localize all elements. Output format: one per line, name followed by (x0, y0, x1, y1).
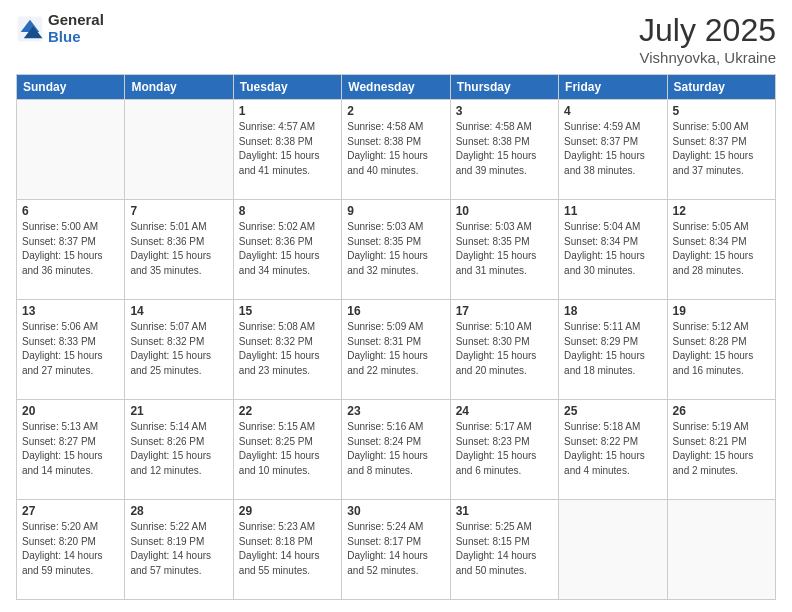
month-title: July 2025 (639, 12, 776, 49)
calendar-cell: 8Sunrise: 5:02 AM Sunset: 8:36 PM Daylig… (233, 200, 341, 300)
day-number: 14 (130, 304, 227, 318)
day-number: 29 (239, 504, 336, 518)
calendar-cell: 13Sunrise: 5:06 AM Sunset: 8:33 PM Dayli… (17, 300, 125, 400)
day-info: Sunrise: 5:13 AM Sunset: 8:27 PM Dayligh… (22, 420, 119, 478)
day-number: 3 (456, 104, 553, 118)
calendar-cell: 7Sunrise: 5:01 AM Sunset: 8:36 PM Daylig… (125, 200, 233, 300)
logo-icon (16, 15, 44, 43)
calendar-cell: 2Sunrise: 4:58 AM Sunset: 8:38 PM Daylig… (342, 100, 450, 200)
day-number: 30 (347, 504, 444, 518)
day-number: 20 (22, 404, 119, 418)
day-number: 11 (564, 204, 661, 218)
day-number: 15 (239, 304, 336, 318)
day-number: 7 (130, 204, 227, 218)
day-info: Sunrise: 5:04 AM Sunset: 8:34 PM Dayligh… (564, 220, 661, 278)
logo: General Blue (16, 12, 104, 45)
calendar-row: 1Sunrise: 4:57 AM Sunset: 8:38 PM Daylig… (17, 100, 776, 200)
calendar-cell: 27Sunrise: 5:20 AM Sunset: 8:20 PM Dayli… (17, 500, 125, 600)
day-info: Sunrise: 5:06 AM Sunset: 8:33 PM Dayligh… (22, 320, 119, 378)
day-info: Sunrise: 5:19 AM Sunset: 8:21 PM Dayligh… (673, 420, 770, 478)
day-number: 9 (347, 204, 444, 218)
day-number: 21 (130, 404, 227, 418)
logo-blue-text: Blue (48, 29, 104, 46)
day-number: 2 (347, 104, 444, 118)
calendar-cell: 24Sunrise: 5:17 AM Sunset: 8:23 PM Dayli… (450, 400, 558, 500)
day-info: Sunrise: 5:05 AM Sunset: 8:34 PM Dayligh… (673, 220, 770, 278)
day-info: Sunrise: 5:02 AM Sunset: 8:36 PM Dayligh… (239, 220, 336, 278)
weekday-header-tuesday: Tuesday (233, 75, 341, 100)
calendar-row: 6Sunrise: 5:00 AM Sunset: 8:37 PM Daylig… (17, 200, 776, 300)
day-info: Sunrise: 4:59 AM Sunset: 8:37 PM Dayligh… (564, 120, 661, 178)
calendar-cell: 23Sunrise: 5:16 AM Sunset: 8:24 PM Dayli… (342, 400, 450, 500)
day-number: 27 (22, 504, 119, 518)
title-block: July 2025 Vishnyovka, Ukraine (639, 12, 776, 66)
calendar-cell: 4Sunrise: 4:59 AM Sunset: 8:37 PM Daylig… (559, 100, 667, 200)
day-number: 16 (347, 304, 444, 318)
day-number: 8 (239, 204, 336, 218)
calendar-cell: 26Sunrise: 5:19 AM Sunset: 8:21 PM Dayli… (667, 400, 775, 500)
day-info: Sunrise: 5:12 AM Sunset: 8:28 PM Dayligh… (673, 320, 770, 378)
calendar-row: 13Sunrise: 5:06 AM Sunset: 8:33 PM Dayli… (17, 300, 776, 400)
day-info: Sunrise: 5:18 AM Sunset: 8:22 PM Dayligh… (564, 420, 661, 478)
calendar-cell (559, 500, 667, 600)
calendar-row: 20Sunrise: 5:13 AM Sunset: 8:27 PM Dayli… (17, 400, 776, 500)
day-number: 26 (673, 404, 770, 418)
day-info: Sunrise: 5:08 AM Sunset: 8:32 PM Dayligh… (239, 320, 336, 378)
calendar-cell: 6Sunrise: 5:00 AM Sunset: 8:37 PM Daylig… (17, 200, 125, 300)
day-info: Sunrise: 5:15 AM Sunset: 8:25 PM Dayligh… (239, 420, 336, 478)
calendar-cell: 29Sunrise: 5:23 AM Sunset: 8:18 PM Dayli… (233, 500, 341, 600)
calendar-cell: 15Sunrise: 5:08 AM Sunset: 8:32 PM Dayli… (233, 300, 341, 400)
calendar-cell: 17Sunrise: 5:10 AM Sunset: 8:30 PM Dayli… (450, 300, 558, 400)
day-number: 6 (22, 204, 119, 218)
day-info: Sunrise: 5:09 AM Sunset: 8:31 PM Dayligh… (347, 320, 444, 378)
weekday-header-sunday: Sunday (17, 75, 125, 100)
weekday-header-saturday: Saturday (667, 75, 775, 100)
calendar-cell: 30Sunrise: 5:24 AM Sunset: 8:17 PM Dayli… (342, 500, 450, 600)
calendar-cell: 22Sunrise: 5:15 AM Sunset: 8:25 PM Dayli… (233, 400, 341, 500)
day-number: 13 (22, 304, 119, 318)
calendar-cell (667, 500, 775, 600)
location-title: Vishnyovka, Ukraine (639, 49, 776, 66)
calendar-cell: 18Sunrise: 5:11 AM Sunset: 8:29 PM Dayli… (559, 300, 667, 400)
calendar-cell: 25Sunrise: 5:18 AM Sunset: 8:22 PM Dayli… (559, 400, 667, 500)
calendar-cell: 12Sunrise: 5:05 AM Sunset: 8:34 PM Dayli… (667, 200, 775, 300)
day-info: Sunrise: 5:10 AM Sunset: 8:30 PM Dayligh… (456, 320, 553, 378)
calendar-cell: 28Sunrise: 5:22 AM Sunset: 8:19 PM Dayli… (125, 500, 233, 600)
day-number: 12 (673, 204, 770, 218)
day-info: Sunrise: 5:22 AM Sunset: 8:19 PM Dayligh… (130, 520, 227, 578)
calendar-cell: 11Sunrise: 5:04 AM Sunset: 8:34 PM Dayli… (559, 200, 667, 300)
weekday-header-monday: Monday (125, 75, 233, 100)
calendar-row: 27Sunrise: 5:20 AM Sunset: 8:20 PM Dayli… (17, 500, 776, 600)
day-info: Sunrise: 5:07 AM Sunset: 8:32 PM Dayligh… (130, 320, 227, 378)
calendar-cell: 21Sunrise: 5:14 AM Sunset: 8:26 PM Dayli… (125, 400, 233, 500)
day-number: 10 (456, 204, 553, 218)
day-number: 22 (239, 404, 336, 418)
day-number: 28 (130, 504, 227, 518)
day-info: Sunrise: 5:11 AM Sunset: 8:29 PM Dayligh… (564, 320, 661, 378)
day-info: Sunrise: 5:01 AM Sunset: 8:36 PM Dayligh… (130, 220, 227, 278)
calendar-cell: 5Sunrise: 5:00 AM Sunset: 8:37 PM Daylig… (667, 100, 775, 200)
calendar-cell: 19Sunrise: 5:12 AM Sunset: 8:28 PM Dayli… (667, 300, 775, 400)
calendar-cell (17, 100, 125, 200)
day-info: Sunrise: 5:14 AM Sunset: 8:26 PM Dayligh… (130, 420, 227, 478)
day-number: 1 (239, 104, 336, 118)
day-info: Sunrise: 5:25 AM Sunset: 8:15 PM Dayligh… (456, 520, 553, 578)
day-number: 5 (673, 104, 770, 118)
calendar-cell: 31Sunrise: 5:25 AM Sunset: 8:15 PM Dayli… (450, 500, 558, 600)
day-info: Sunrise: 5:00 AM Sunset: 8:37 PM Dayligh… (673, 120, 770, 178)
day-number: 4 (564, 104, 661, 118)
calendar-cell: 3Sunrise: 4:58 AM Sunset: 8:38 PM Daylig… (450, 100, 558, 200)
day-number: 18 (564, 304, 661, 318)
logo-text: General Blue (48, 12, 104, 45)
calendar-table: SundayMondayTuesdayWednesdayThursdayFrid… (16, 74, 776, 600)
day-info: Sunrise: 4:58 AM Sunset: 8:38 PM Dayligh… (456, 120, 553, 178)
weekday-header-thursday: Thursday (450, 75, 558, 100)
day-info: Sunrise: 4:57 AM Sunset: 8:38 PM Dayligh… (239, 120, 336, 178)
day-info: Sunrise: 5:00 AM Sunset: 8:37 PM Dayligh… (22, 220, 119, 278)
day-info: Sunrise: 5:20 AM Sunset: 8:20 PM Dayligh… (22, 520, 119, 578)
calendar-cell: 14Sunrise: 5:07 AM Sunset: 8:32 PM Dayli… (125, 300, 233, 400)
day-info: Sunrise: 5:03 AM Sunset: 8:35 PM Dayligh… (456, 220, 553, 278)
calendar-cell: 16Sunrise: 5:09 AM Sunset: 8:31 PM Dayli… (342, 300, 450, 400)
day-number: 31 (456, 504, 553, 518)
day-info: Sunrise: 5:03 AM Sunset: 8:35 PM Dayligh… (347, 220, 444, 278)
